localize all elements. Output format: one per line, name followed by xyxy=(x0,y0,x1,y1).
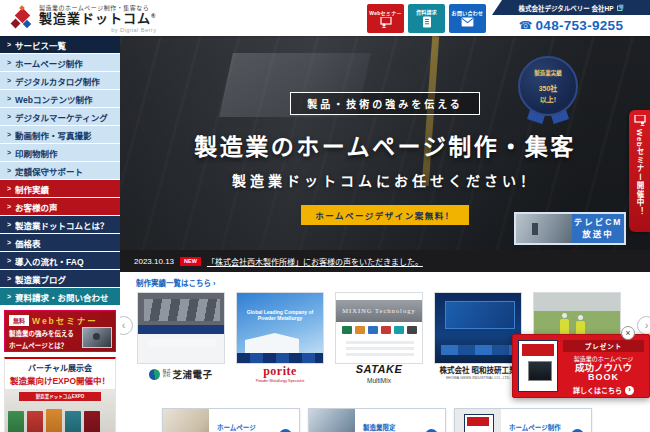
company-hp-link[interactable]: 株式会社デジタルベリー 会社HP xyxy=(492,0,650,15)
document-request-button[interactable]: 資料請求 xyxy=(408,4,445,33)
card-label: 製造業限定 xyxy=(363,424,396,431)
knowhow-book-image xyxy=(518,340,558,392)
work-item-porite[interactable]: Global Leading Company of Powder Metallu… xyxy=(236,292,324,384)
sidebar-item-web-content[interactable]: >Webコンテンツ制作 xyxy=(0,90,120,108)
sidebar-item-label: 導入の流れ・FAQ xyxy=(15,255,83,267)
document-request-button-label: 資料請求 xyxy=(416,8,437,15)
work-thumbnail[interactable]: MIXING Technology xyxy=(335,292,423,364)
chevron-right-icon: > xyxy=(7,221,11,228)
sidebar-item-homepage[interactable]: >ホームページ制作 xyxy=(0,54,120,72)
carousel-next-button[interactable]: › xyxy=(637,316,650,335)
sidebar-item-digital-marketing[interactable]: >デジタルマーケティング xyxy=(0,108,120,126)
badge-bottom-text: 以上! xyxy=(540,94,556,104)
sidebar-item-maintenance[interactable]: >定額保守サポート xyxy=(0,162,120,180)
presentation-icon xyxy=(634,115,646,126)
tv-cm-banner[interactable]: テレビCM放送中 xyxy=(514,212,626,245)
thumbnail-caption: Global Leading Company of Powder Metallu… xyxy=(241,309,319,321)
client-logo-prefix: 株式会社 xyxy=(162,370,170,379)
external-link-icon xyxy=(617,4,624,11)
work-item-satake[interactable]: MIXING Technology SATAKE MultiMix xyxy=(335,292,423,384)
sidebar-seminar-banner[interactable]: 無料 Webセミナー 製造業の強みを伝える ホームページとは？ xyxy=(4,310,116,352)
arrow-right-icon: › xyxy=(625,386,634,395)
sidebar-item-label: ホームページ制作 xyxy=(15,57,83,69)
client-logo-showa-giken: 株式会社 昭和技研工業 SHOWA GIKEN INDUSTRIAL CO., … xyxy=(434,364,522,384)
works-list-link[interactable]: 制作実績一覧はこちら › xyxy=(120,274,232,290)
chevron-right-icon: > xyxy=(7,239,11,246)
card-knowhow[interactable]: ホームページ制作 成功ノウハウ › xyxy=(454,408,592,432)
hero-subtitle: 製造業ドットコムにお任せください！ xyxy=(232,170,538,190)
envelope-icon xyxy=(461,17,474,27)
free-design-cta[interactable]: ホームページデザイン案無料！ xyxy=(301,205,469,225)
popup-detail-link[interactable]: 詳しくはこちら› xyxy=(573,385,634,395)
client-logo-sub: MultiMix xyxy=(367,378,391,384)
expo-banner-line2: 製造業向けEXPO開催中！ xyxy=(5,374,115,386)
client-logo-shibaura: 株式会社 芝浦電子 xyxy=(137,364,225,384)
sidebar-item-flow-faq[interactable]: >導入の流れ・FAQ xyxy=(0,252,120,270)
card-label: ホームページ xyxy=(217,424,256,431)
expo-banner-line1: バーチャル展示会 xyxy=(5,362,115,373)
work-thumbnail[interactable] xyxy=(137,292,225,364)
contact-button-label: お問い合わせ xyxy=(452,9,484,16)
sidebar-item-services[interactable]: >サービス一覧 xyxy=(0,36,120,54)
work-item-showa-giken[interactable]: 株式会社 昭和技研工業 SHOWA GIKEN INDUSTRIAL CO., … xyxy=(434,292,522,384)
chevron-right-icon: > xyxy=(7,257,11,264)
client-logo-text: porite xyxy=(263,365,297,377)
sidebar-item-works[interactable]: >制作実績 xyxy=(0,180,120,198)
chevron-right-icon: > xyxy=(7,131,11,138)
card-label: ホームページ制作 xyxy=(509,424,561,431)
sidebar-item-print[interactable]: >印刷物制作 xyxy=(0,144,120,162)
hero-title: 製造業のホームページ制作・集客 xyxy=(194,128,575,162)
tv-cm-label: テレビCM放送中 xyxy=(572,214,624,243)
chevron-right-icon: > xyxy=(7,167,11,174)
client-logo-text: 株式会社 昭和技研工業 xyxy=(439,367,516,375)
news-date: 2023.10.13 xyxy=(134,257,174,266)
chevron-right-icon: > xyxy=(7,203,11,210)
feature-cards: ホームページ デザイン案 › 製造業限定 Web › xyxy=(120,396,650,432)
main-content: 製造業実績 350社 以上! 製品・技術の強みを伝える 製造業のホームページ制作… xyxy=(120,36,650,432)
card-web-limited[interactable]: 製造業限定 Web › xyxy=(308,408,446,432)
header: 製造業のホームページ制作・集客なら 製造業ドットコム® by Digital B… xyxy=(0,0,650,36)
chevron-right-icon: > xyxy=(7,95,11,102)
popup-close-icon[interactable]: × xyxy=(621,326,635,340)
work-thumbnail[interactable]: Global Leading Company of Powder Metallu… xyxy=(236,292,324,364)
registered-mark: ® xyxy=(151,13,156,19)
chevron-right-icon: > xyxy=(7,41,11,48)
sidebar-item-label: Webコンテンツ制作 xyxy=(15,93,92,105)
sidebar-item-blog[interactable]: >製造業ブログ xyxy=(0,270,120,288)
badge-top-text: 製造業実績 xyxy=(534,69,562,77)
webseminar-button[interactable]: Webセミナー xyxy=(367,4,404,33)
chevron-right-icon: > xyxy=(7,149,11,156)
side-tab-label: Webセミナー開催中！ xyxy=(634,129,645,216)
tv-cm-thumbnail xyxy=(516,214,572,243)
sidebar-item-label: 製造業ブログ xyxy=(15,273,66,285)
sidebar-item-label: 価格表 xyxy=(15,237,41,249)
card-design-plan[interactable]: ホームページ デザイン案 › xyxy=(162,408,300,432)
webseminar-side-tab[interactable]: Webセミナー開催中！ xyxy=(629,110,650,232)
card-image-book xyxy=(455,409,501,432)
sidebar-item-about[interactable]: >製造業ドットコムとは？ xyxy=(0,216,120,234)
present-popup[interactable]: × プレゼント 製造業のホームページ 成功ノウハウ BOOK 詳しくはこちら› xyxy=(512,334,650,398)
sidebar-item-contact[interactable]: >資料請求・お問い合わせ xyxy=(0,288,120,306)
shibaura-logo-icon xyxy=(149,369,160,380)
sidebar-expo-banner[interactable]: バーチャル展示会 製造業向けEXPO開催中！ 製造業ドットコムEXPO xyxy=(4,357,116,432)
client-logo-sub: SHOWA GIKEN INDUSTRIAL CO., LTD. xyxy=(446,377,511,381)
sidebar-item-price[interactable]: >価格表 xyxy=(0,234,120,252)
hero-banner: 製造業実績 350社 以上! 製品・技術の強みを伝える 製造業のホームページ制作… xyxy=(120,36,650,250)
sidebar-item-digital-catalog[interactable]: >デジタルカタログ制作 xyxy=(0,72,120,90)
new-badge: NEW xyxy=(180,257,201,266)
sidebar-item-label: 制作実績 xyxy=(15,183,49,195)
client-logo-satake: SATAKE MultiMix xyxy=(335,364,423,384)
sidebar-item-video-photo[interactable]: >動画制作・写真撮影 xyxy=(0,126,120,144)
popup-line3: BOOK xyxy=(588,373,619,383)
sidebar-item-label: 定額保守サポート xyxy=(15,165,83,177)
logo[interactable]: 製造業のホームページ制作・集客なら 製造業ドットコム® by Digital B… xyxy=(0,3,156,33)
chevron-right-icon: > xyxy=(7,293,11,300)
sidebar-item-label: 資料請求・お問い合わせ xyxy=(15,291,109,303)
sidebar-item-voice[interactable]: >お客様の声 xyxy=(0,198,120,216)
sidebar-item-label: デジタルカタログ制作 xyxy=(15,75,100,87)
contact-button[interactable]: お問い合わせ xyxy=(449,4,486,33)
work-item-shibaura[interactable]: 株式会社 芝浦電子 xyxy=(137,292,225,384)
work-thumbnail[interactable] xyxy=(434,292,522,364)
sidebar-item-label: 製造業ドットコムとは？ xyxy=(15,219,109,231)
news-link[interactable]: 「株式会社西木製作所様」にお客様の声をいただきました。 xyxy=(207,256,423,267)
